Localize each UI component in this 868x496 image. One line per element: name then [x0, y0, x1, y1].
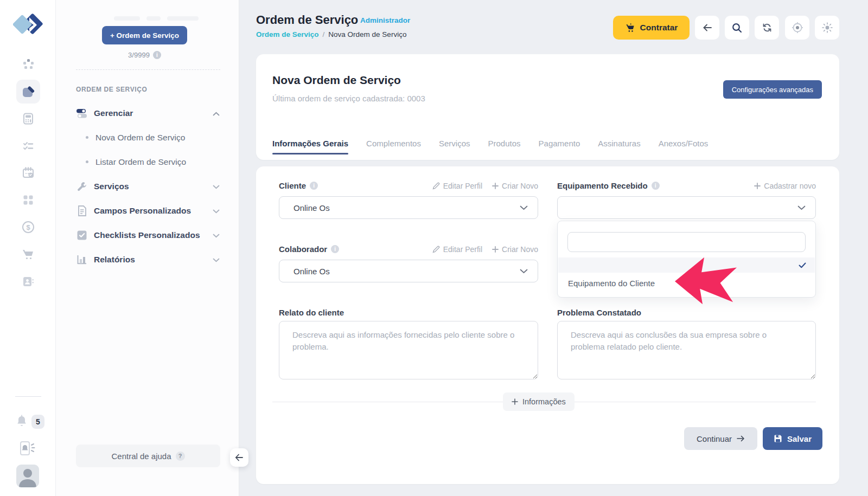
search-button[interactable]	[725, 16, 749, 40]
relato-textarea[interactable]	[279, 321, 538, 379]
rail-item-apps[interactable]	[16, 188, 40, 212]
dropdown-search-input[interactable]	[567, 232, 806, 252]
cliente-create-new-link[interactable]: Criar Novo	[492, 182, 538, 190]
calendar-check-icon	[22, 166, 35, 179]
push-notification-button[interactable]	[18, 441, 37, 458]
sidebar-section-title: ORDEM DE SERVIÇO	[76, 86, 147, 93]
dashboard-dots-icon	[22, 58, 35, 71]
finance-dollar-icon: $	[21, 220, 35, 234]
checklist-icon	[22, 139, 35, 152]
tab-produtos[interactable]: Produtos	[488, 132, 520, 154]
sidebar-item-checklists-personalizados[interactable]: Checklists Personalizados	[56, 223, 239, 247]
more-info-button[interactable]: Informações	[503, 392, 575, 411]
info-icon[interactable]: i	[310, 182, 318, 190]
sidebar-item-gerenciar[interactable]: Gerenciar	[56, 101, 239, 125]
cart-icon	[625, 23, 635, 33]
colaborador-create-new-link[interactable]: Criar Novo	[492, 245, 538, 254]
theme-button[interactable]	[815, 16, 839, 40]
chevron-down-icon	[520, 269, 528, 274]
search-icon	[732, 23, 742, 33]
tab-complementos[interactable]: Complementos	[366, 132, 421, 154]
plus-icon	[754, 183, 761, 189]
faded-placeholder	[146, 16, 161, 21]
chevron-down-icon	[520, 205, 528, 210]
notification-badge: 5	[31, 415, 44, 429]
chevron-down-icon	[797, 205, 806, 210]
apps-grid-icon	[22, 194, 35, 207]
colaborador-select[interactable]: Online Os	[279, 260, 538, 282]
sidebar-item-label: Listar Ordem de Serviço	[95, 157, 186, 167]
sidebar-item-listar-ordem[interactable]: Listar Ordem de Serviço	[56, 150, 239, 174]
tab-anexos-fotos[interactable]: Anexos/Fotos	[659, 132, 709, 154]
dropdown-selected-empty-option[interactable]	[558, 257, 815, 273]
help-center-button[interactable]: Central de ajuda ?	[76, 445, 220, 467]
equipamento-select[interactable]	[557, 196, 816, 219]
cliente-select[interactable]: Online Os	[279, 196, 538, 219]
card-subtitle: Última ordem de serviço cadastrada: 0003	[272, 94, 425, 103]
notifications-button[interactable]: 5	[15, 415, 44, 429]
problema-textarea[interactable]	[557, 321, 816, 379]
target-button[interactable]	[785, 16, 809, 40]
refresh-button[interactable]	[755, 16, 779, 40]
dropdown-option-equipamento-do-cliente[interactable]: Equipamento do Cliente	[558, 273, 815, 293]
question-icon: ?	[176, 452, 185, 461]
rail-item-finance[interactable]: $	[16, 215, 40, 239]
chevron-down-icon[interactable]	[213, 255, 220, 265]
sidebar-item-relatorios[interactable]: Relatórios	[56, 247, 239, 272]
device-notification-icon	[18, 441, 37, 456]
user-avatar[interactable]	[16, 465, 39, 487]
save-label: Salvar	[787, 434, 812, 443]
chevron-down-icon[interactable]	[213, 206, 220, 216]
tab-assinaturas[interactable]: Assinaturas	[598, 132, 640, 154]
new-service-order-button[interactable]: + Ordem de Serviço	[102, 26, 187, 44]
chevron-down-icon[interactable]	[213, 182, 220, 191]
contratar-label: Contratar	[640, 23, 678, 33]
sidebar-item-label: Serviços	[94, 182, 129, 191]
equipamento-create-new-link[interactable]: Cadastrar novo	[754, 182, 816, 190]
contratar-button[interactable]: Contratar	[613, 16, 690, 40]
info-icon[interactable]: i	[652, 182, 660, 190]
rail-item-sales[interactable]	[16, 242, 40, 266]
sidebar-menu: Gerenciar Nova Ordem de Serviço Listar O…	[56, 101, 239, 272]
sidebar-item-label: Relatórios	[94, 255, 135, 265]
tab-pagamento[interactable]: Pagamento	[539, 132, 580, 154]
sidebar-item-label: Gerenciar	[94, 108, 133, 118]
save-floppy-icon	[774, 434, 782, 443]
sidebar-item-campos-personalizados[interactable]: Campos Personalizados	[56, 198, 239, 223]
collapse-arrow-icon	[235, 454, 244, 461]
colaborador-edit-profile-link[interactable]: Editar Perfil	[432, 245, 482, 254]
sidebar-item-label: Campos Personalizados	[94, 206, 191, 216]
rail-item-schedule[interactable]	[16, 161, 40, 185]
save-button[interactable]: Salvar	[763, 427, 822, 450]
info-icon[interactable]: i	[331, 245, 339, 253]
chevron-down-icon[interactable]	[213, 230, 220, 240]
sidebar-item-nova-ordem[interactable]: Nova Ordem de Serviço	[56, 125, 239, 150]
bullet-icon	[86, 136, 88, 139]
logo-diamond-icon	[13, 13, 43, 41]
breadcrumb-link[interactable]: Ordem de Serviço	[256, 30, 319, 38]
advanced-settings-button[interactable]: Configurações avançadas	[723, 80, 822, 99]
icon-rail: $ 5	[0, 0, 56, 496]
card-title: Nova Ordem de Serviço	[272, 74, 401, 87]
toggles-icon	[76, 108, 88, 119]
rail-item-checklists[interactable]	[16, 134, 40, 158]
app-logo[interactable]	[13, 13, 43, 41]
cliente-edit-profile-link[interactable]: Editar Perfil	[432, 182, 482, 190]
order-form-card: Cliente i Editar Perfil Criar Novo Onlin…	[256, 166, 839, 484]
breadcrumb-separator: /	[323, 30, 325, 38]
rail-item-service-orders[interactable]	[16, 80, 40, 104]
sidebar-item-servicos[interactable]: Serviços	[56, 174, 239, 198]
continue-button[interactable]: Continuar	[684, 427, 757, 450]
chevron-up-icon[interactable]	[213, 108, 220, 118]
sidebar-item-label: Nova Ordem de Serviço	[95, 133, 185, 143]
rail-item-dashboard[interactable]	[16, 53, 40, 76]
sidebar-collapse-button[interactable]	[230, 448, 248, 467]
faded-placeholder	[114, 16, 140, 21]
back-button[interactable]	[695, 16, 719, 40]
info-icon[interactable]: i	[153, 51, 161, 59]
rail-item-contacts[interactable]	[16, 269, 40, 293]
rail-item-calculator[interactable]	[16, 107, 40, 131]
tab-informacoes-gerais[interactable]: Informações Gerais	[272, 132, 348, 154]
tab-bar: Informações Gerais Complementos Serviços…	[272, 132, 708, 154]
tab-servicos[interactable]: Serviços	[439, 132, 470, 154]
